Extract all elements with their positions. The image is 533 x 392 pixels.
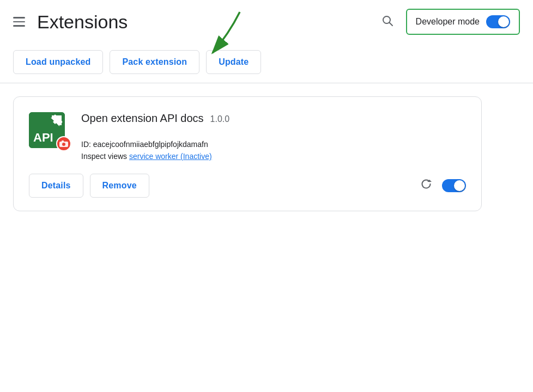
page-title: Extensions — [37, 11, 128, 33]
extension-name-row: Open extension API docs 1.0.0 — [81, 112, 466, 125]
remove-button[interactable]: Remove — [90, 174, 149, 198]
extension-list: API Open ext — [0, 96, 533, 211]
header-right: Developer mode — [378, 9, 520, 35]
extension-info: Open extension API docs 1.0.0 ID: eacejc… — [81, 112, 466, 161]
load-unpacked-button[interactable]: Load unpacked — [13, 50, 103, 74]
card-footer-left: Details Remove — [29, 174, 149, 198]
reload-icon[interactable] — [419, 177, 433, 194]
extension-card: API Open ext — [13, 96, 482, 211]
camera-icon — [59, 140, 68, 147]
developer-mode-box: Developer mode — [406, 9, 520, 35]
pack-extension-button[interactable]: Pack extension — [110, 50, 199, 74]
id-value: eacejcoofnmiiaebfglpipfojkdamafn — [93, 140, 208, 149]
header: Extensions Developer mode — [0, 0, 533, 44]
details-button[interactable]: Details — [29, 174, 83, 198]
toolbar-container: Load unpacked Pack extension Update — [0, 44, 533, 83]
developer-mode-toggle[interactable] — [486, 15, 510, 28]
search-icon[interactable] — [378, 11, 397, 33]
svg-point-10 — [62, 143, 65, 146]
extension-id: ID: eacejcoofnmiiaebfglpipfojkdamafn — [81, 140, 466, 149]
service-worker-link[interactable]: service worker (Inactive) — [129, 152, 212, 161]
svg-line-1 — [389, 23, 392, 26]
toolbar: Load unpacked Pack extension Update — [0, 44, 533, 83]
menu-icon[interactable] — [11, 15, 27, 29]
extension-toggle[interactable] — [442, 179, 466, 192]
divider — [0, 83, 533, 83]
card-footer-right — [419, 177, 466, 194]
header-left: Extensions — [11, 11, 128, 33]
svg-rect-11 — [62, 140, 64, 142]
extension-meta: ID: eacejcoofnmiiaebfglpipfojkdamafn Ins… — [81, 140, 466, 161]
svg-text:API: API — [33, 131, 53, 144]
inspect-views-label: Inspect views — [81, 152, 127, 161]
extension-version: 1.0.0 — [210, 114, 230, 124]
extension-icon: API — [29, 112, 68, 151]
card-footer: Details Remove — [29, 174, 466, 198]
id-label: ID: — [81, 140, 91, 149]
developer-mode-label: Developer mode — [416, 17, 480, 27]
extension-views: Inspect views service worker (Inactive) — [81, 152, 466, 161]
update-button[interactable]: Update — [206, 50, 261, 74]
extension-badge — [56, 136, 71, 151]
card-top: API Open ext — [29, 112, 466, 161]
extension-name: Open extension API docs — [81, 112, 204, 125]
